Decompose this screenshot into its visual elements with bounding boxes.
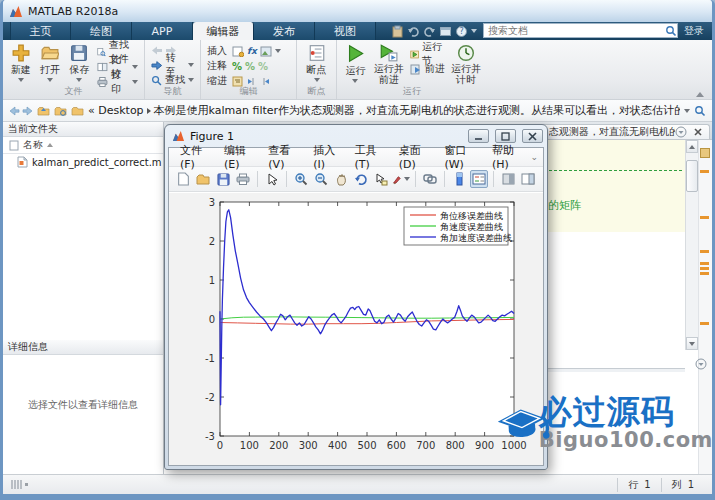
analyzer-marker[interactable]	[700, 272, 709, 275]
tab-view[interactable]: 视图	[315, 22, 376, 40]
fig-open-icon[interactable]	[194, 170, 212, 188]
save-dropdown-icon[interactable]	[76, 78, 82, 82]
status-grip-icon[interactable]	[11, 480, 28, 490]
signin-link[interactable]: 登录	[678, 22, 712, 40]
fig-show-plottools-icon[interactable]	[519, 170, 537, 188]
editor-scrollbar[interactable]	[685, 140, 698, 350]
menu-help[interactable]: 帮助(H)	[485, 143, 530, 171]
back-icon[interactable]	[152, 47, 162, 55]
menu-insert[interactable]: 插入(I)	[306, 143, 347, 171]
analyzer-marker[interactable]	[700, 267, 709, 270]
browse-folder-icon[interactable]	[54, 105, 67, 117]
tab-apps[interactable]: APP	[132, 22, 193, 40]
history-nav-icons[interactable]	[9, 105, 33, 117]
wrap-comment-icon[interactable]: %	[258, 61, 268, 72]
insert-image-icon[interactable]	[260, 46, 272, 57]
new-dropdown-icon[interactable]	[18, 78, 24, 82]
run-button[interactable]: 运行	[341, 43, 370, 87]
run-advance-button[interactable]: 运行并前进	[372, 43, 406, 87]
open-dropdown-icon[interactable]	[47, 78, 53, 82]
tab-editor[interactable]: 编辑器	[193, 22, 254, 40]
search-icon[interactable]	[665, 25, 677, 37]
fig-datacursor-icon[interactable]	[372, 170, 390, 188]
pane-collapse-icon[interactable]	[695, 358, 707, 373]
help-icon[interactable]: ?	[455, 25, 468, 38]
qat-dropdown-icon[interactable]	[471, 29, 477, 33]
new-button[interactable]: 新建	[7, 43, 34, 87]
analyzer-status-icon[interactable]	[700, 148, 710, 158]
y-tick-label: 2	[209, 236, 215, 247]
analyzer-marker[interactable]	[700, 170, 709, 173]
redo-icon[interactable]	[423, 25, 436, 38]
fig-print-icon[interactable]	[234, 170, 252, 188]
new-window-icon[interactable]	[439, 25, 452, 38]
run-section-button[interactable]: 运行节	[408, 47, 447, 61]
run-dropdown-icon[interactable]	[352, 79, 358, 83]
insert-section-icon[interactable]	[232, 46, 244, 57]
breadcrumb[interactable]: « Desktop本例是使用kalman filter作为状态观测器，对直流无刷…	[88, 103, 680, 118]
scroll-down-icon[interactable]	[686, 337, 698, 350]
figure-maximize-button[interactable]	[495, 129, 516, 143]
scroll-up-icon[interactable]	[686, 140, 698, 153]
menu-desktop[interactable]: 桌面(D)	[392, 143, 438, 171]
figure-plot: -3-2-10123010020030040050060070080090010…	[169, 193, 543, 466]
y-tick-label: 0	[209, 314, 215, 325]
breadcrumb-root[interactable]: Desktop	[98, 104, 143, 117]
open-button[interactable]: 打开	[36, 43, 63, 87]
address-search-icon[interactable]	[694, 105, 706, 117]
menu-window[interactable]: 窗口(W)	[437, 143, 485, 171]
fig-new-icon[interactable]	[174, 170, 192, 188]
figure-close-button[interactable]	[522, 129, 543, 143]
name-column-header[interactable]: 名称	[3, 137, 163, 154]
menu-tools[interactable]: 工具(T)	[348, 143, 392, 171]
up-folder-icon[interactable]	[37, 105, 50, 117]
fig-rotate-icon[interactable]	[352, 170, 370, 188]
fig-zoom-in-icon[interactable]	[292, 170, 310, 188]
undo-icon[interactable]	[407, 25, 420, 38]
fig-legend-icon[interactable]	[470, 170, 488, 188]
insert-dropdown-icon[interactable]	[275, 49, 281, 53]
breakpoints-dropdown-icon[interactable]	[314, 78, 320, 82]
file-row[interactable]: kalman_predict_correct.m	[3, 154, 163, 170]
tab-home[interactable]: 主页	[10, 22, 71, 40]
details-header[interactable]: 详细信息	[3, 340, 163, 355]
tab-close-icon[interactable]	[693, 127, 703, 137]
menu-file[interactable]: 文件(F)	[173, 143, 217, 171]
current-folder-header[interactable]: 当前文件夹	[3, 122, 163, 137]
comment-icon[interactable]: %	[232, 61, 242, 72]
collapse-ribbon-icon[interactable]	[696, 92, 704, 97]
fig-hide-plottools-icon[interactable]	[499, 170, 517, 188]
scrollbar-thumb[interactable]	[686, 160, 698, 192]
menu-pin-icon[interactable]: ⌄	[530, 152, 538, 162]
breadcrumb-description: 本例是使用kalman filter作为状态观测器，对直流无刷电机的状态进行观测…	[154, 104, 680, 117]
goto-button[interactable]: 转至	[149, 58, 196, 72]
fig-pan-icon[interactable]	[332, 170, 350, 188]
analyzer-marker[interactable]	[700, 262, 709, 265]
save-button[interactable]: 保存	[66, 43, 93, 87]
address-dropdown-icon[interactable]	[684, 109, 690, 113]
paste-icon[interactable]	[391, 25, 404, 38]
y-tick-label: -2	[205, 392, 215, 403]
analyzer-marker[interactable]	[700, 250, 709, 253]
fig-pointer-icon[interactable]	[263, 170, 281, 188]
run-time-button[interactable]: 运行并计时	[449, 43, 483, 87]
fig-linkplot-icon[interactable]	[421, 170, 439, 188]
fig-zoom-out-icon[interactable]	[312, 170, 330, 188]
uncomment-icon[interactable]: %	[245, 61, 255, 72]
menu-edit[interactable]: 编辑(E)	[217, 143, 261, 171]
tab-publish[interactable]: 发布	[254, 22, 315, 40]
tab-menu-icon[interactable]	[675, 126, 687, 138]
fig-brush-icon[interactable]	[392, 170, 410, 188]
figure-minimize-button[interactable]	[468, 129, 489, 143]
analyzer-marker[interactable]	[700, 216, 709, 219]
fig-save-icon[interactable]	[214, 170, 232, 188]
find-files-icon	[97, 46, 106, 58]
figure-window[interactable]: Figure 1 文件(F) 编辑(E) 查看(V) 插入(I) 工具(T) 桌…	[164, 124, 548, 470]
analyzer-marker[interactable]	[700, 322, 709, 325]
menu-view[interactable]: 查看(V)	[261, 143, 306, 171]
insert-fx-icon[interactable]: fx	[247, 46, 257, 56]
advance-button[interactable]: 前进	[408, 62, 447, 76]
breakpoints-button[interactable]: 断点	[301, 43, 332, 87]
fig-colorbar-icon[interactable]	[450, 170, 468, 188]
doc-search-input[interactable]	[484, 25, 665, 36]
